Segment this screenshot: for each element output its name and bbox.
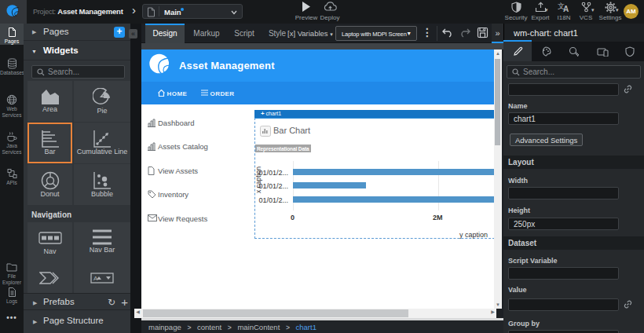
svg-text:A: A bbox=[93, 275, 98, 282]
svg-text:A: A bbox=[563, 5, 569, 13]
